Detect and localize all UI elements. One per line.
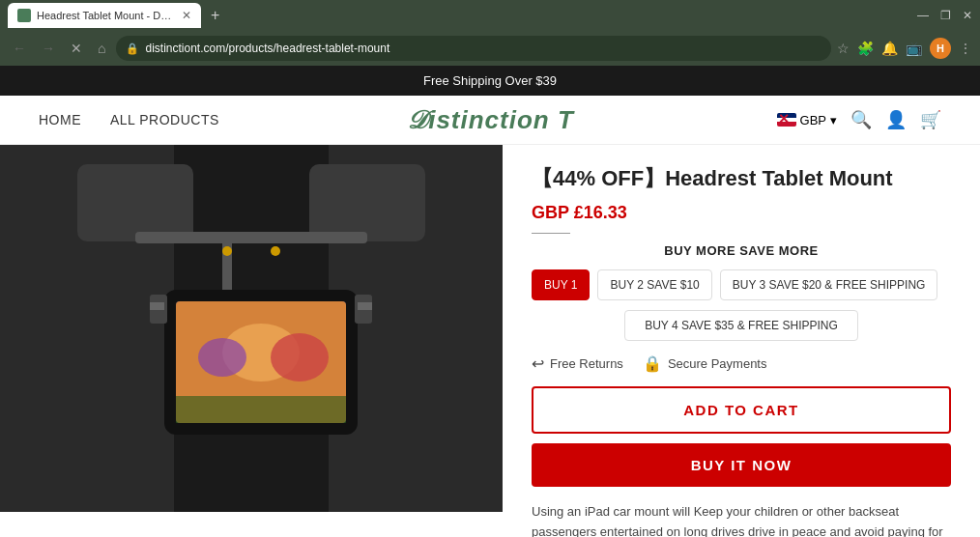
extensions-button[interactable]: 🧩	[857, 41, 874, 56]
product-image-section	[0, 145, 503, 537]
secure-payments-label: Secure Payments	[668, 356, 767, 371]
new-tab-button[interactable]: +	[207, 7, 223, 24]
lock-icon: 🔒	[126, 42, 139, 55]
back-button[interactable]: ←	[8, 39, 31, 58]
svg-point-18	[222, 246, 232, 256]
minimize-button[interactable]: —	[917, 9, 929, 22]
svg-rect-4	[309, 164, 425, 241]
buy-options: BUY 1 BUY 2 SAVE $10 BUY 3 SAVE $20 & FR…	[532, 269, 951, 300]
product-image	[0, 145, 503, 512]
product-price: GBP £16.33	[532, 203, 951, 223]
announcement-text: Free Shipping Over $39	[423, 73, 557, 88]
product-details: 【44% OFF】Headrest Tablet Mount GBP £16.3…	[503, 145, 980, 537]
buy-more-title: BUY MORE SAVE MORE	[532, 243, 951, 258]
currency-selector[interactable]: GBP ▾	[777, 113, 837, 127]
buy-option-4[interactable]: BUY 4 SAVE $35 & FREE SHIPPING	[624, 310, 858, 341]
svg-point-19	[271, 246, 280, 256]
site-header: HOME ALL PRODUCTS 𝒟istinction T GBP ▾ 🔍 …	[0, 96, 980, 145]
cart-button[interactable]: 🛒	[920, 109, 941, 130]
home-button[interactable]: ⌂	[93, 39, 110, 58]
url-bar-container[interactable]: 🔒 distinctiont.com/products/headrest-tab…	[116, 36, 831, 61]
buy-option-1[interactable]: BUY 1	[532, 269, 590, 300]
profile-button[interactable]: H	[930, 38, 951, 59]
page-content: Free Shipping Over $39 HOME ALL PRODUCTS…	[0, 66, 980, 537]
buy-now-button[interactable]: BUY IT NOW	[532, 443, 951, 487]
url-text: distinctiont.com/products/headrest-table…	[145, 42, 389, 55]
bell-button[interactable]: 🔔	[881, 41, 898, 56]
buy-option-3[interactable]: BUY 3 SAVE $20 & FREE SHIPPING	[720, 269, 938, 300]
buy-option-2[interactable]: BUY 2 SAVE $10	[597, 269, 711, 300]
header-actions: GBP ▾ 🔍 👤 🛒	[777, 109, 941, 130]
svg-rect-16	[150, 302, 164, 310]
menu-button[interactable]: ⋮	[959, 41, 972, 56]
tab-close-icon[interactable]: ✕	[182, 9, 191, 22]
product-description: Using an iPad car mount will Keep your c…	[532, 502, 951, 537]
main-content: 【44% OFF】Headrest Tablet Mount GBP £16.3…	[0, 145, 980, 537]
nav-home[interactable]: HOME	[39, 112, 81, 127]
buy-option-row-2: BUY 4 SAVE $35 & FREE SHIPPING	[532, 310, 951, 341]
perks-section: ↩ Free Returns 🔒 Secure Payments	[532, 354, 951, 373]
close-window-button[interactable]: ✕	[963, 9, 972, 22]
returns-icon: ↩	[532, 354, 544, 373]
svg-point-12	[198, 338, 246, 377]
svg-rect-3	[77, 164, 193, 241]
nav-all-products[interactable]: ALL PRODUCTS	[110, 112, 219, 127]
close-load-button[interactable]: ✕	[66, 39, 87, 58]
maximize-button[interactable]: ❐	[940, 9, 951, 22]
free-returns-perk: ↩ Free Returns	[532, 354, 623, 373]
price-divider	[532, 233, 570, 234]
tab-favicon	[17, 9, 31, 22]
browser-tab[interactable]: Headrest Tablet Mount - Disti... ✕	[8, 3, 201, 28]
svg-rect-5	[135, 232, 367, 243]
search-button[interactable]: 🔍	[850, 109, 872, 130]
browser-chrome: Headrest Tablet Mount - Disti... ✕ + — ❐…	[0, 0, 980, 66]
account-button[interactable]: 👤	[885, 109, 907, 130]
cast-button[interactable]: 📺	[906, 41, 922, 56]
title-bar: Headrest Tablet Mount - Disti... ✕ + — ❐…	[0, 0, 980, 31]
product-title: 【44% OFF】Headrest Tablet Mount	[532, 164, 951, 193]
logo-distinction: 𝒟istinction T	[406, 105, 574, 134]
announcement-bar: Free Shipping Over $39	[0, 66, 980, 96]
currency-label: GBP	[800, 113, 826, 127]
svg-point-11	[271, 333, 329, 382]
free-returns-label: Free Returns	[550, 356, 623, 371]
lock-perk-icon: 🔒	[643, 354, 662, 373]
forward-button[interactable]: →	[37, 39, 60, 58]
window-controls: — ❐ ✕	[917, 9, 972, 22]
svg-rect-17	[358, 302, 372, 310]
site-logo[interactable]: 𝒟istinction T	[406, 105, 574, 135]
header-nav: HOME ALL PRODUCTS	[39, 112, 219, 127]
browser-actions: ☆ 🧩 🔔 📺 H ⋮	[837, 38, 972, 59]
secure-payments-perk: 🔒 Secure Payments	[643, 354, 767, 373]
flag-icon	[777, 113, 796, 127]
tab-title: Headrest Tablet Mount - Disti...	[37, 10, 172, 21]
svg-rect-13	[176, 396, 346, 423]
product-image-svg	[0, 145, 503, 512]
address-bar: ← → ✕ ⌂ 🔒 distinctiont.com/products/head…	[0, 31, 980, 66]
currency-chevron: ▾	[830, 113, 837, 127]
add-to-cart-button[interactable]: ADD TO CART	[532, 386, 951, 434]
star-button[interactable]: ☆	[837, 41, 850, 56]
